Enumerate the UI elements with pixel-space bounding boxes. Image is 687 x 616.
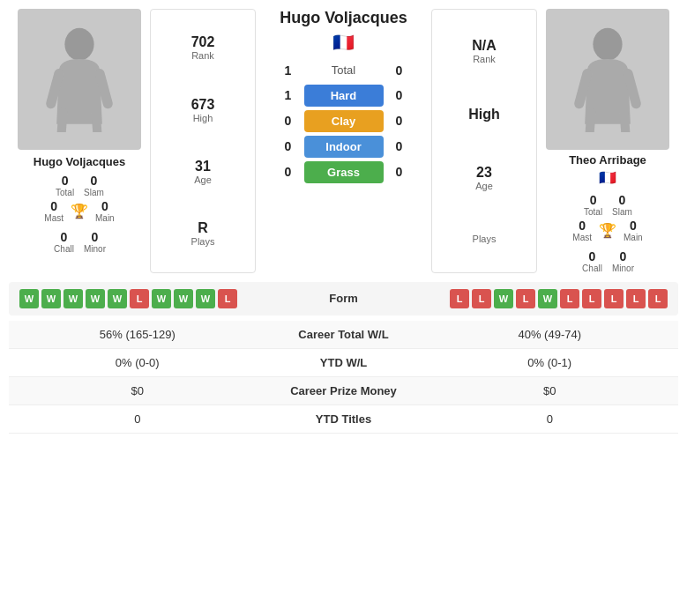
player2-main: 0 Main [624, 219, 643, 242]
player1-chall: 0 Chall [53, 230, 75, 254]
titles-row: 0 YTD Titles 0 [9, 405, 678, 434]
p1-form-9: L [218, 289, 237, 308]
player1-stats: 0 Total 0 Slam [55, 174, 104, 197]
p1-name-top: Hugo Voljacques [280, 9, 407, 28]
p2-high-item: High [468, 107, 500, 122]
p1-career-wl: 56% (165-129) [19, 328, 256, 341]
p1-form-3: W [86, 289, 105, 308]
player1-center-stats: 702 Rank 673 High 31 Age R Plays [150, 9, 256, 273]
p2-plays-item: Plays [473, 234, 497, 244]
player2-trophy-row: 0 Mast 🏆 0 Main [572, 219, 642, 242]
surface-row-3: 0 Grass 0 [265, 161, 422, 183]
p2-flag-bottom: 🇫🇷 [599, 169, 616, 186]
p1-form-8: W [196, 289, 215, 308]
match-rows: 1 Total 0 1 Hard 0 0 Clay 0 0 Indoor [265, 63, 422, 187]
p2-form-badges: L L W L W L L L L L [450, 289, 668, 308]
surface-hard-btn[interactable]: Hard [304, 85, 384, 107]
career-wl-row: 56% (165-129) Career Total W/L 40% (49-7… [9, 321, 678, 349]
surface-row-0: 1 Hard 0 [265, 85, 422, 107]
prize-label: Career Prize Money [256, 384, 432, 397]
p1-form-2: W [63, 289, 83, 308]
main-container: Hugo Voljacques 0 Total 0 Slam 0 Mast 🏆 [0, 0, 687, 442]
p1-form-1: W [41, 289, 61, 308]
surface-grass-btn[interactable]: Grass [304, 161, 384, 183]
p1-plays-item: R Plays [191, 220, 215, 247]
player2-bottom-stats: 0 Chall 0 Minor [581, 249, 634, 273]
p1-high-item: 673 High [191, 97, 215, 123]
svg-point-1 [593, 28, 622, 61]
match-section: Hugo Voljacques 🇫🇷 1 Total 0 1 Hard 0 0 … [256, 9, 431, 273]
prize-row: $0 Career Prize Money $0 [9, 377, 678, 405]
titles-label: YTD Titles [256, 412, 432, 426]
career-stats-container: 56% (165-129) Career Total W/L 40% (49-7… [9, 321, 678, 434]
p1-form-4: W [108, 289, 127, 308]
player2-minor: 0 Minor [612, 249, 634, 273]
total-row: 1 Total 0 [265, 63, 422, 78]
svg-point-0 [64, 28, 93, 61]
player1-avatar [18, 9, 141, 150]
surface-row-2: 0 Indoor 0 [265, 136, 422, 158]
p2-form-4: W [538, 289, 557, 308]
p1-form-5: L [130, 289, 149, 308]
player2-name: Theo Arribage [569, 153, 646, 167]
p2-titles: 0 [432, 412, 668, 426]
p1-titles: 0 [19, 412, 256, 426]
form-label: Form [329, 292, 358, 305]
player1-card: Hugo Voljacques 0 Total 0 Slam 0 Mast 🏆 [9, 9, 150, 273]
p2-age-item: 23 Age [475, 165, 493, 191]
p1-form-badges: W W W W W L W W W L [19, 289, 237, 308]
player2-card: Theo Arribage 🇫🇷 0 Total 0 Slam 0 Mast [537, 9, 678, 273]
p2-form-9: L [648, 289, 668, 308]
player2-mast: 0 Mast [572, 219, 592, 242]
surface-row-1: 0 Clay 0 [265, 110, 422, 132]
p1-ytd-wl: 0% (0-0) [19, 356, 256, 369]
player1-slam: 0 Slam [84, 174, 104, 197]
player2-center-stats: N/A Rank High 23 Age Plays [431, 9, 537, 273]
p2-form-8: L [626, 289, 646, 308]
player1-trophy-row: 0 Mast 🏆 0 Main [44, 199, 114, 223]
player1-minor: 0 Minor [84, 230, 106, 254]
p2-form-7: L [604, 289, 624, 308]
p2-prize: $0 [432, 384, 668, 397]
ytd-wl-row: 0% (0-0) YTD W/L 0% (0-1) [9, 349, 678, 377]
form-section: W W W W W L W W W L Form L L W L W L L L… [9, 282, 678, 315]
p1-form-6: W [152, 289, 171, 308]
p2-form-3: L [516, 289, 535, 308]
player2-avatar [546, 9, 669, 150]
p1-form-7: W [174, 289, 193, 308]
player1-name: Hugo Voljacques [34, 155, 126, 168]
player2-total: 0 Total [583, 193, 603, 217]
p1-flag: 🇫🇷 [332, 32, 355, 53]
p2-form-6: L [582, 289, 601, 308]
top-section: Hugo Voljacques 0 Total 0 Slam 0 Mast 🏆 [9, 9, 678, 273]
player1-trophy-icon: 🏆 [71, 203, 88, 219]
p2-form-0: L [450, 289, 469, 308]
surface-indoor-btn[interactable]: Indoor [304, 136, 384, 158]
player1-mast: 0 Mast [44, 199, 63, 223]
player2-chall: 0 Chall [581, 249, 603, 273]
player1-bottom-stats: 0 Chall 0 Minor [53, 230, 106, 254]
p1-rank-item: 702 Rank [191, 34, 215, 61]
player1-total: 0 Total [55, 174, 75, 197]
player1-main: 0 Main [95, 199, 115, 223]
player2-stats: 0 Total 0 Slam [583, 193, 632, 217]
career-wl-label: Career Total W/L [256, 328, 432, 341]
p1-form-0: W [19, 289, 39, 308]
p2-form-5: L [560, 289, 579, 308]
player2-slam: 0 Slam [612, 193, 632, 217]
p2-form-2: W [494, 289, 513, 308]
p2-rank-item: N/A Rank [472, 38, 497, 64]
player2-trophy-icon: 🏆 [599, 222, 616, 239]
ytd-wl-label: YTD W/L [256, 356, 432, 369]
p1-age-item: 31 Age [194, 159, 212, 185]
surface-clay-btn[interactable]: Clay [304, 110, 384, 132]
p2-ytd-wl: 0% (0-1) [432, 356, 668, 369]
p2-form-1: L [472, 289, 491, 308]
p2-career-wl: 40% (49-74) [432, 328, 668, 341]
p1-prize: $0 [19, 384, 256, 397]
